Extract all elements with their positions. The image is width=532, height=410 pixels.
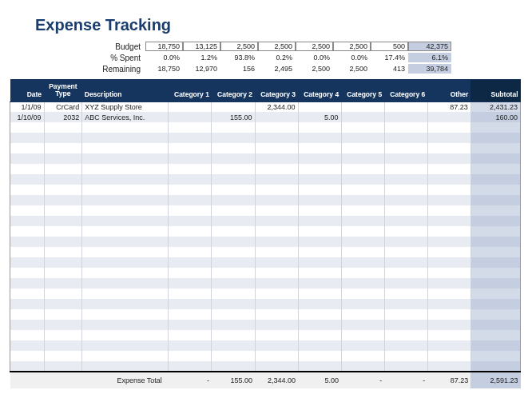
cell-empty[interactable] xyxy=(169,268,212,278)
cell-empty[interactable] xyxy=(82,299,169,309)
cell-empty[interactable] xyxy=(341,268,384,278)
cell-empty[interactable] xyxy=(298,226,341,237)
cell-pay[interactable]: 2032 xyxy=(44,112,82,122)
cell-empty[interactable] xyxy=(298,289,341,299)
budget-cat1[interactable]: 18,750 xyxy=(145,42,183,51)
cell-empty[interactable] xyxy=(470,351,520,361)
cell-empty[interactable] xyxy=(10,257,45,268)
table-row-empty[interactable] xyxy=(10,226,521,237)
cell-empty[interactable] xyxy=(255,164,298,174)
cell-empty[interactable] xyxy=(10,174,45,185)
cell-empty[interactable] xyxy=(169,309,212,320)
cell-empty[interactable] xyxy=(470,278,520,289)
cell-empty[interactable] xyxy=(384,257,427,268)
cell-empty[interactable] xyxy=(169,185,212,195)
cell-empty[interactable] xyxy=(341,216,384,226)
cell-empty[interactable] xyxy=(212,247,255,257)
cell-empty[interactable] xyxy=(169,195,212,205)
table-row-empty[interactable] xyxy=(10,195,521,205)
cell-empty[interactable] xyxy=(44,237,82,247)
cell-empty[interactable] xyxy=(470,195,520,205)
cell-empty[interactable] xyxy=(212,299,255,309)
cell-sub[interactable]: 160.00 xyxy=(470,112,520,122)
cell-empty[interactable] xyxy=(44,153,82,164)
cell-empty[interactable] xyxy=(470,340,520,351)
cell-empty[interactable] xyxy=(44,340,82,351)
cell-empty[interactable] xyxy=(427,164,470,174)
cell-empty[interactable] xyxy=(212,164,255,174)
cell-empty[interactable] xyxy=(341,185,384,195)
cell-empty[interactable] xyxy=(212,174,255,185)
cell-empty[interactable] xyxy=(82,205,169,216)
cell-empty[interactable] xyxy=(384,289,427,299)
cell-empty[interactable] xyxy=(44,174,82,185)
cell-empty[interactable] xyxy=(169,320,212,330)
cell-empty[interactable] xyxy=(212,133,255,143)
cell-empty[interactable] xyxy=(470,320,520,330)
cell-empty[interactable] xyxy=(427,205,470,216)
cell-empty[interactable] xyxy=(44,289,82,299)
cell-empty[interactable] xyxy=(10,185,45,195)
cell-empty[interactable] xyxy=(10,237,45,247)
cell-empty[interactable] xyxy=(212,289,255,299)
table-row-empty[interactable] xyxy=(10,164,521,174)
cell-empty[interactable] xyxy=(169,226,212,237)
cell-date[interactable]: 1/1/09 xyxy=(10,102,45,112)
cell-empty[interactable] xyxy=(212,143,255,153)
cell-empty[interactable] xyxy=(82,226,169,237)
cell-empty[interactable] xyxy=(255,320,298,330)
cell-empty[interactable] xyxy=(298,268,341,278)
cell-empty[interactable] xyxy=(427,122,470,133)
cell-empty[interactable] xyxy=(44,185,82,195)
cell-empty[interactable] xyxy=(82,216,169,226)
cell-empty[interactable] xyxy=(82,153,169,164)
cell-empty[interactable] xyxy=(470,216,520,226)
cell-empty[interactable] xyxy=(255,247,298,257)
cell-empty[interactable] xyxy=(384,247,427,257)
cell-empty[interactable] xyxy=(44,309,82,320)
cell-empty[interactable] xyxy=(212,278,255,289)
cell-empty[interactable] xyxy=(427,278,470,289)
cell-empty[interactable] xyxy=(470,247,520,257)
cell-empty[interactable] xyxy=(255,257,298,268)
cell-empty[interactable] xyxy=(427,330,470,340)
cell-empty[interactable] xyxy=(82,247,169,257)
cell-empty[interactable] xyxy=(10,330,45,340)
table-row-empty[interactable] xyxy=(10,268,521,278)
cell-empty[interactable] xyxy=(298,278,341,289)
cell-empty[interactable] xyxy=(341,289,384,299)
cell-empty[interactable] xyxy=(82,278,169,289)
cell-empty[interactable] xyxy=(82,361,169,372)
cell-empty[interactable] xyxy=(298,164,341,174)
cell-empty[interactable] xyxy=(470,361,520,372)
cell-c1[interactable] xyxy=(169,112,212,122)
cell-empty[interactable] xyxy=(427,143,470,153)
cell-pay[interactable]: CrCard xyxy=(44,102,82,112)
table-row[interactable]: 1/1/09CrCardXYZ Supply Store2,344.0087.2… xyxy=(10,102,521,112)
cell-empty[interactable] xyxy=(10,340,45,351)
budget-cat4[interactable]: 2,500 xyxy=(258,42,296,51)
cell-empty[interactable] xyxy=(169,216,212,226)
cell-empty[interactable] xyxy=(82,309,169,320)
cell-empty[interactable] xyxy=(255,340,298,351)
cell-empty[interactable] xyxy=(255,143,298,153)
cell-empty[interactable] xyxy=(212,185,255,195)
cell-empty[interactable] xyxy=(341,320,384,330)
cell-empty[interactable] xyxy=(341,351,384,361)
cell-empty[interactable] xyxy=(82,268,169,278)
cell-empty[interactable] xyxy=(384,164,427,174)
cell-c4[interactable]: 5.00 xyxy=(298,112,341,122)
cell-empty[interactable] xyxy=(44,330,82,340)
cell-empty[interactable] xyxy=(470,185,520,195)
cell-empty[interactable] xyxy=(169,122,212,133)
table-row-empty[interactable] xyxy=(10,309,521,320)
cell-empty[interactable] xyxy=(298,361,341,372)
table-row-empty[interactable] xyxy=(10,216,521,226)
cell-empty[interactable] xyxy=(384,299,427,309)
cell-empty[interactable] xyxy=(44,268,82,278)
cell-empty[interactable] xyxy=(169,257,212,268)
cell-empty[interactable] xyxy=(341,205,384,216)
cell-empty[interactable] xyxy=(470,226,520,237)
cell-c3[interactable] xyxy=(255,112,298,122)
cell-empty[interactable] xyxy=(298,122,341,133)
